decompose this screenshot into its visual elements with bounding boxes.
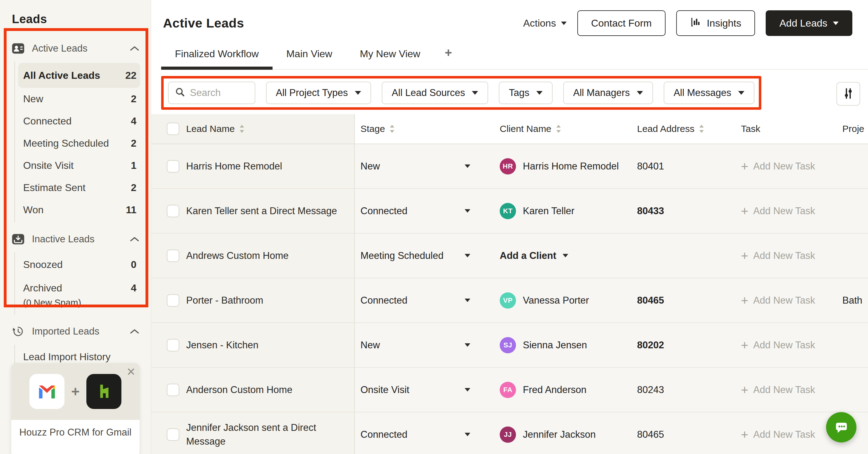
lead-sources-dropdown[interactable]: All Lead Sources: [382, 82, 488, 104]
item-count: 0: [131, 259, 136, 270]
lead-name-link[interactable]: Porter - Bathroom: [186, 294, 263, 307]
plus-icon: +: [741, 160, 748, 172]
add-view-button[interactable]: +: [434, 46, 463, 69]
section-imported-leads: Imported Leads Lead Import History: [0, 323, 151, 369]
search-input[interactable]: [190, 87, 248, 98]
tags-dropdown[interactable]: Tags: [499, 82, 552, 104]
column-header-project: Proje: [842, 114, 868, 143]
stage-dropdown[interactable]: New: [361, 161, 470, 172]
stage-dropdown[interactable]: Connected: [361, 205, 470, 217]
sort-arrows-icon: [699, 124, 704, 133]
lead-name-link[interactable]: Andrews Custom Home: [186, 249, 288, 262]
sidebar-item-snoozed[interactable]: Snoozed 0: [15, 254, 140, 276]
column-header-stage[interactable]: Stage: [354, 114, 498, 143]
plus-icon: +: [741, 205, 748, 217]
row-checkbox[interactable]: [167, 384, 179, 396]
tab-my-new-view[interactable]: My New View: [346, 48, 434, 69]
add-task-label: Add New Task: [753, 384, 815, 395]
column-label: Proje: [842, 124, 864, 134]
sidebar-item-all-active-leads[interactable]: All Active Leads 22: [18, 63, 140, 88]
client-name: Vanessa Porter: [523, 295, 589, 306]
managers-dropdown[interactable]: All Managers: [563, 82, 653, 104]
item-count: 2: [131, 182, 136, 194]
add-new-task-button[interactable]: + Add New Task: [741, 294, 815, 307]
column-label: Stage: [361, 124, 385, 134]
column-header-lead-name[interactable]: Lead Name: [181, 114, 354, 143]
chat-button[interactable]: [826, 412, 857, 443]
insights-button[interactable]: Insights: [676, 10, 755, 36]
row-checkbox[interactable]: [167, 339, 179, 351]
client-name: Jennifer Jackson: [523, 429, 596, 440]
column-header-lead-address[interactable]: Lead Address: [636, 114, 741, 143]
row-checkbox[interactable]: [167, 250, 179, 262]
table-row: Andrews Custom Home Meeting Scheduled Ad…: [151, 233, 868, 278]
client-name: Sienna Jensen: [523, 339, 587, 351]
sort-settings-button[interactable]: [836, 82, 860, 106]
lead-name-link[interactable]: Jennifer Jackson sent a Direct Message: [186, 421, 354, 448]
gmail-promo-card[interactable]: + × Houzz Pro CRM for Gmail: [11, 363, 140, 454]
active-leads-items: All Active Leads 22 New 2 Connected 4 Me…: [14, 62, 140, 222]
item-label: Won: [23, 204, 43, 216]
section-header-active-leads[interactable]: Active Leads: [0, 40, 151, 57]
lead-name-link[interactable]: Karen Teller sent a Direct Message: [186, 204, 337, 218]
stage-dropdown[interactable]: Meeting Scheduled: [361, 250, 470, 261]
row-checkbox[interactable]: [167, 294, 179, 307]
sidebar: Leads Active Leads All Active Leads 22 N…: [0, 0, 151, 454]
sidebar-item-meeting-scheduled[interactable]: Meeting Scheduled 2: [15, 132, 140, 155]
select-all-checkbox[interactable]: [167, 123, 179, 135]
item-label: Lead Import History: [23, 351, 111, 363]
contact-form-button[interactable]: Contact Form: [577, 10, 665, 36]
row-checkbox[interactable]: [167, 428, 179, 441]
chevron-down-icon: [563, 254, 568, 257]
archive-icon: [11, 232, 25, 246]
avatar: SJ: [500, 337, 516, 353]
sidebar-item-connected[interactable]: Connected 4: [15, 110, 140, 132]
stage-value: Connected: [361, 429, 407, 440]
add-new-task-button[interactable]: + Add New Task: [741, 160, 815, 172]
messages-dropdown[interactable]: All Messages: [664, 82, 754, 104]
project-types-dropdown[interactable]: All Project Types: [266, 82, 371, 104]
section-header-inactive-leads[interactable]: Inactive Leads: [0, 230, 151, 248]
item-count: 4: [131, 116, 136, 127]
add-client-dropdown[interactable]: Add a Client: [500, 250, 568, 261]
tab-finalized-workflow[interactable]: Finalized Workflow: [161, 48, 273, 69]
stage-dropdown[interactable]: Connected: [361, 429, 470, 440]
table-row: Jennifer Jackson sent a Direct Message C…: [151, 413, 868, 454]
lead-name-link[interactable]: Anderson Custom Home: [186, 383, 292, 396]
chevron-up-icon: [129, 236, 140, 242]
add-leads-button[interactable]: Add Leads: [766, 10, 852, 36]
inactive-leads-items: Snoozed 0 Archived 4 (0 New Spam): [14, 252, 140, 315]
add-new-task-button[interactable]: + Add New Task: [741, 384, 815, 396]
tab-main-view[interactable]: Main View: [273, 48, 346, 69]
add-task-label: Add New Task: [753, 161, 815, 172]
sidebar-item-won[interactable]: Won 11: [15, 199, 140, 221]
row-checkbox[interactable]: [167, 160, 179, 172]
client-name: Harris Home Remodel: [523, 161, 619, 172]
sidebar-item-estimate-sent[interactable]: Estimate Sent 2: [15, 177, 140, 199]
client-name: Fred Anderson: [523, 384, 586, 395]
add-new-task-button[interactable]: + Add New Task: [741, 205, 815, 217]
item-label: Meeting Scheduled: [23, 137, 109, 149]
chat-bubble-icon: [833, 419, 849, 436]
row-checkbox[interactable]: [167, 205, 179, 217]
add-new-task-button[interactable]: + Add New Task: [741, 339, 815, 351]
lead-name-link[interactable]: Jensen - Kitchen: [186, 338, 258, 352]
avatar: VP: [500, 292, 516, 309]
client-name: Karen Teller: [523, 205, 575, 217]
stage-dropdown[interactable]: New: [361, 339, 470, 351]
lead-name-link[interactable]: Harris Home Remodel: [186, 159, 282, 173]
add-new-task-button[interactable]: + Add New Task: [741, 428, 815, 441]
section-header-imported-leads[interactable]: Imported Leads: [0, 323, 151, 340]
column-header-client-name[interactable]: Client Name: [498, 114, 636, 143]
sidebar-item-onsite-visit[interactable]: Onsite Visit 1: [15, 155, 140, 177]
add-new-task-button[interactable]: + Add New Task: [741, 250, 815, 262]
stage-dropdown[interactable]: Connected: [361, 295, 470, 306]
sliders-icon: [842, 87, 855, 101]
item-count: 2: [131, 137, 136, 149]
promo-close-button[interactable]: ×: [127, 364, 135, 379]
stage-value: New: [361, 161, 380, 172]
sidebar-item-new[interactable]: New 2: [15, 88, 140, 110]
actions-menu-button[interactable]: Actions: [523, 18, 567, 29]
stage-dropdown[interactable]: Onsite Visit: [361, 384, 470, 395]
sidebar-item-archived[interactable]: Archived 4 (0 New Spam): [15, 276, 140, 313]
